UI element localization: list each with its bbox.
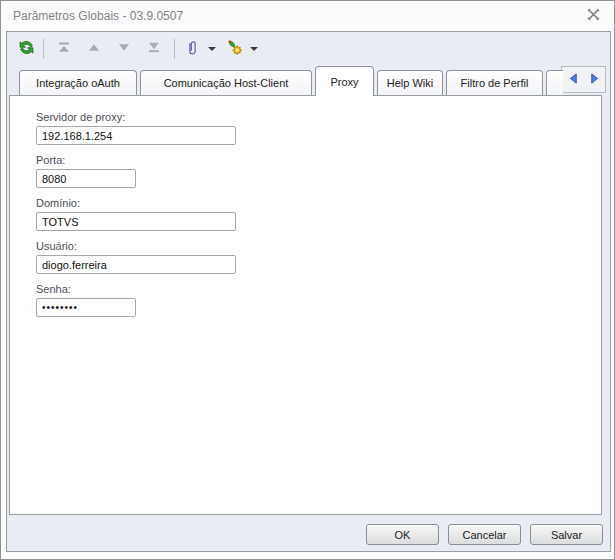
last-record-icon (148, 42, 160, 55)
main-panel: Integração oAuth Comunicação Host-Client… (6, 31, 611, 552)
record-navigation-group (52, 37, 166, 61)
attachment-icon (184, 39, 201, 58)
form-group-port: Porta: (36, 154, 601, 188)
tab-help-wiki[interactable]: Help Wiki (377, 70, 443, 95)
tab-scroll-buttons (561, 66, 606, 93)
user-input[interactable] (36, 255, 236, 274)
form-group-proxy-server: Servidor de proxy: (36, 111, 601, 145)
proxy-server-input[interactable] (36, 126, 236, 145)
tab-integracao-oauth[interactable]: Integração oAuth (19, 70, 137, 95)
previous-record-icon (88, 42, 100, 55)
dialog-window: Parâmetros Globais - 03.9.0507 (0, 0, 615, 560)
port-label: Porta: (36, 154, 601, 166)
domain-input[interactable] (36, 212, 236, 231)
close-icon (587, 8, 600, 24)
form-group-user: Usuário: (36, 240, 601, 274)
first-record-button[interactable] (52, 37, 76, 61)
attachments-dropdown-caret-icon[interactable] (208, 47, 216, 51)
title-bar: Parâmetros Globais - 03.9.0507 (1, 1, 614, 30)
tab-bar: Integração oAuth Comunicação Host-Client… (8, 66, 609, 96)
password-input[interactable] (36, 298, 136, 317)
tab-label: Proxy (330, 76, 358, 88)
toolbar (7, 32, 610, 65)
tab-scroll-left-button[interactable] (566, 73, 580, 87)
next-record-icon (118, 42, 130, 55)
tab-overflow-partial[interactable] (546, 70, 563, 95)
first-record-icon (58, 42, 70, 55)
tab-label: Filtro de Perfil (461, 77, 529, 89)
window-title: Parâmetros Globais - 03.9.0507 (13, 9, 183, 23)
previous-record-button[interactable] (82, 37, 106, 61)
arrow-right-icon (589, 73, 600, 86)
tab-label: Help Wiki (387, 77, 433, 89)
form-group-domain: Domínio: (36, 197, 601, 231)
attachments-button[interactable] (180, 37, 204, 61)
tab-filtro-de-perfil[interactable]: Filtro de Perfil (446, 70, 543, 95)
domain-label: Domínio: (36, 197, 601, 209)
port-input[interactable] (36, 169, 136, 188)
toolbar-separator (43, 39, 44, 59)
user-label: Usuário: (36, 240, 601, 252)
process-dropdown-caret-icon[interactable] (250, 47, 258, 51)
tab-scroll-right-button[interactable] (587, 73, 601, 87)
ok-button[interactable]: OK (366, 524, 439, 545)
refresh-icon (18, 39, 35, 58)
last-record-button[interactable] (142, 37, 166, 61)
close-button[interactable] (584, 7, 602, 25)
process-button[interactable] (222, 37, 246, 61)
tab-label: Integração oAuth (36, 77, 120, 89)
proxy-server-label: Servidor de proxy: (36, 111, 601, 123)
refresh-button[interactable] (14, 37, 38, 61)
footer-button-bar: OK Cancelar Salvar (366, 524, 603, 545)
toolbar-separator (174, 39, 175, 59)
cancel-button[interactable]: Cancelar (448, 524, 521, 545)
arrow-left-icon (568, 73, 579, 86)
form-group-password: Senha: (36, 283, 601, 317)
next-record-button[interactable] (112, 37, 136, 61)
proxy-tab-page: Servidor de proxy: Porta: Domínio: Usuár… (9, 95, 602, 515)
password-label: Senha: (36, 283, 601, 295)
process-icon (226, 39, 243, 58)
save-button[interactable]: Salvar (530, 524, 603, 545)
tab-proxy[interactable]: Proxy (315, 66, 374, 96)
tab-comunicacao-host-client[interactable]: Comunicação Host-Client (140, 70, 312, 95)
tab-label: Comunicação Host-Client (164, 77, 289, 89)
